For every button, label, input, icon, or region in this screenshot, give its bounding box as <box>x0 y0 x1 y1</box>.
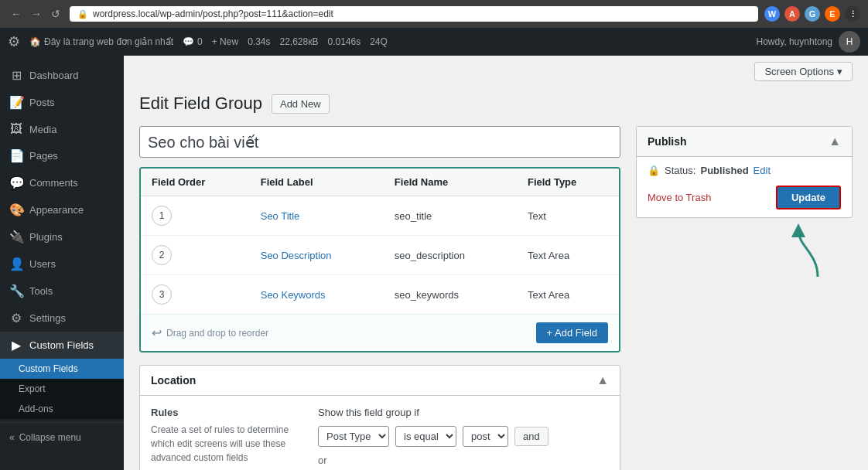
location-title: Location <box>151 374 196 387</box>
lock-icon: 🔒 <box>77 9 88 19</box>
sidebar-item-posts[interactable]: 📝 Posts <box>0 89 124 116</box>
field-label-link[interactable]: Seo Keywords <box>261 289 326 301</box>
back-button[interactable]: ← <box>8 6 25 22</box>
rule-operator-select[interactable]: is equal <box>395 426 456 447</box>
ext-icon-3[interactable]: G <box>805 6 820 22</box>
collapse-icon: « <box>9 432 15 443</box>
table-row: 1 Seo Title seo_title Text <box>141 196 619 236</box>
plugins-icon: 🔌 <box>9 230 23 244</box>
url-bar[interactable]: 🔒 wordpress.local/wp-admin/post.php?post… <box>70 6 758 22</box>
avatar[interactable]: H <box>839 31 860 53</box>
sidebar-sub-custom-fields: Custom Fields Export Add-ons <box>0 359 124 419</box>
publish-header: Publish ▲ <box>637 127 852 157</box>
location-rules: Rules Create a set of rules to determine… <box>151 407 306 466</box>
browser-nav[interactable]: ← → ↺ <box>8 6 63 22</box>
collapse-menu-button[interactable]: « Collapse menu <box>0 426 124 449</box>
field-label-link[interactable]: Seo Title <box>261 210 300 222</box>
browser-extensions: W A G E ⋮ <box>764 6 860 22</box>
screen-options-bar: Screen Options ▾ <box>124 56 868 81</box>
sidebar-item-users[interactable]: 👤 Users <box>0 250 124 278</box>
publish-toggle-button[interactable]: ▲ <box>829 135 841 148</box>
status-icon: 🔒 <box>648 165 660 176</box>
sidebar-subitem-custom-fields[interactable]: Custom Fields <box>0 359 124 379</box>
sidebar-item-label: Users <box>29 258 56 270</box>
collapse-label: Collapse menu <box>19 432 81 443</box>
col-label: Field Label <box>250 169 384 196</box>
sidebar-item-label: Media <box>29 124 56 135</box>
site-icon: 🏠 <box>29 36 41 47</box>
publish-box: Publish ▲ 🔒 Status: Published Edit <box>636 126 853 218</box>
move-trash-link[interactable]: Move to Trash <box>648 192 711 203</box>
side-column: Publish ▲ 🔒 Status: Published Edit <box>636 126 853 284</box>
location-main: Show this field group if Post Type is eq… <box>318 407 609 466</box>
ext-icon-1[interactable]: W <box>764 6 780 22</box>
field-type-cell: Text Area <box>517 275 619 315</box>
location-box-header: Location ▲ <box>140 366 620 396</box>
sidebar-item-custom-fields-parent[interactable]: ▶ Custom Fields <box>0 332 124 359</box>
site-name[interactable]: 🏠 Đây là trang web đơn giản nhất <box>29 36 173 47</box>
field-name-cell: seo_description <box>384 236 517 275</box>
howdy-text[interactable]: Howdy, huynhtong <box>756 36 832 47</box>
new-post-button[interactable]: + New <box>212 36 238 47</box>
rule-value-select[interactable]: post <box>463 426 508 447</box>
rule-and-button[interactable]: and <box>514 427 548 446</box>
sidebar-item-comments[interactable]: 💬 Comments <box>0 169 124 196</box>
rule-field-select[interactable]: Post Type <box>318 426 389 447</box>
sidebar-subitem-addons[interactable]: Add-ons <box>0 399 124 419</box>
wp-wrapper: ⊞ Dashboard 📝 Posts 🖼 Media 📄 Pages 💬 Co… <box>0 56 868 470</box>
sidebar-item-settings[interactable]: ⚙ Settings <box>0 305 124 332</box>
speed-4: 24Q <box>370 36 388 47</box>
drag-icon: ↩ <box>152 325 162 340</box>
status-label: Status: <box>665 165 695 176</box>
location-toggle-button[interactable]: ▲ <box>596 373 609 387</box>
publish-title: Publish <box>648 135 687 148</box>
sidebar-item-pages[interactable]: 📄 Pages <box>0 142 124 169</box>
field-name-cell: seo_title <box>384 196 517 236</box>
location-rule-row: Post Type is equal post and <box>318 426 609 447</box>
sidebar-item-label: Custom Fields <box>29 339 94 351</box>
sidebar-item-appearance[interactable]: 🎨 Appearance <box>0 196 124 223</box>
ext-icon-5[interactable]: ⋮ <box>845 6 860 22</box>
field-label-link[interactable]: Seo Description <box>261 250 332 261</box>
reload-button[interactable]: ↺ <box>48 6 63 22</box>
location-box: Location ▲ Rules Create a set of rules t… <box>139 365 620 470</box>
field-type-cell: Text Area <box>517 236 619 275</box>
sidebar-item-label: Dashboard <box>29 70 79 81</box>
sidebar-item-media[interactable]: 🖼 Media <box>0 116 124 142</box>
screen-options-button[interactable]: Screen Options ▾ <box>754 62 853 81</box>
admin-bar-left: ⚙ 🏠 Đây là trang web đơn giản nhất 💬 0 +… <box>8 33 743 50</box>
screen-options-chevron: ▾ <box>837 66 842 77</box>
sidebar-item-label: Pages <box>29 150 58 162</box>
speed-2: 22,628кB <box>280 36 319 47</box>
dashboard-icon: ⊞ <box>9 68 23 83</box>
sidebar-item-tools[interactable]: 🔧 Tools <box>0 278 124 305</box>
field-order-cell: 2 <box>141 236 250 275</box>
status-edit-link[interactable]: Edit <box>754 165 771 176</box>
update-button[interactable]: Update <box>776 186 841 209</box>
appearance-icon: 🎨 <box>9 203 23 217</box>
field-order-circle: 2 <box>152 245 172 265</box>
forward-button[interactable]: → <box>28 6 45 22</box>
comment-icon: 💬 <box>183 36 194 47</box>
field-order-circle: 1 <box>152 206 172 226</box>
sidebar-item-plugins[interactable]: 🔌 Plugins <box>0 223 124 250</box>
screen-options-label: Screen Options <box>764 66 834 77</box>
sidebar-item-label: Plugins <box>29 231 63 243</box>
fields-table: Field Order Field Label Field Name Field… <box>141 169 619 314</box>
add-new-button[interactable]: Add New <box>272 94 330 114</box>
field-group-title-input[interactable] <box>139 126 620 158</box>
main-column: Field Order Field Label Field Name Field… <box>139 126 620 470</box>
sidebar-subitem-label: Custom Fields <box>19 363 78 374</box>
ext-icon-4[interactable]: E <box>825 6 840 22</box>
ext-icon-2[interactable]: A <box>784 6 800 22</box>
add-field-button[interactable]: + Add Field <box>536 322 608 343</box>
comments-count[interactable]: 💬 0 <box>183 36 203 47</box>
sidebar: ⊞ Dashboard 📝 Posts 🖼 Media 📄 Pages 💬 Co… <box>0 56 124 470</box>
location-or: or <box>318 455 609 466</box>
sidebar-item-label: Posts <box>29 97 55 108</box>
wp-logo-icon[interactable]: ⚙ <box>8 33 20 50</box>
sidebar-item-dashboard[interactable]: ⊞ Dashboard <box>0 62 124 89</box>
sidebar-subitem-export[interactable]: Export <box>0 379 124 399</box>
settings-icon: ⚙ <box>9 311 23 325</box>
speed-3: 0.0146s <box>327 36 361 47</box>
